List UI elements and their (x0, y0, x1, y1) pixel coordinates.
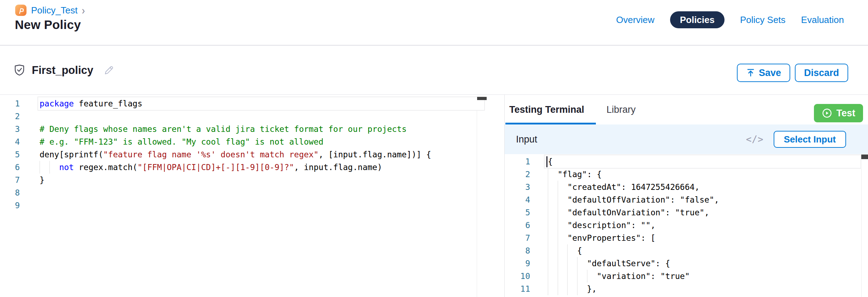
indent-guide (567, 270, 577, 283)
code-segment: deny[sprintf( (40, 150, 103, 159)
line-number: 7 (505, 232, 530, 244)
indent-guide (558, 232, 568, 244)
code-segment: "description": "", (567, 221, 655, 230)
code-content[interactable]: package feature_flags# Deny flags whose … (40, 97, 431, 212)
indent-guide (548, 283, 558, 295)
code-segment: { (577, 246, 582, 255)
indent-guide (548, 257, 558, 270)
nav-tab-overview[interactable]: Overview (616, 14, 654, 25)
indent-guide (567, 244, 577, 257)
code-line[interactable] (40, 199, 431, 212)
test-input-json-editor[interactable]: 1234567891011 { "flag": { "createdAt": 1… (505, 154, 868, 297)
line-number: 1 (505, 155, 530, 168)
code-line[interactable]: { (548, 155, 719, 168)
code-line[interactable]: deny[sprintf("feature flag name '%s' doe… (40, 148, 431, 161)
indent-guide (577, 283, 587, 295)
indent-guide (577, 257, 587, 270)
policy-title-row: First_policy (13, 64, 115, 77)
code-segment: }, (587, 284, 597, 293)
code-line[interactable]: "defaultOffVariation": "false", (548, 193, 719, 206)
code-segment: { (548, 157, 553, 166)
indent-guide (558, 181, 568, 193)
indent-guide (567, 257, 577, 270)
code-line[interactable]: package feature_flags (40, 97, 431, 110)
code-segment: "createdAt": 1647255426664, (567, 182, 699, 192)
code-segment: regex.match( (74, 163, 137, 172)
save-button[interactable]: Save (737, 64, 790, 82)
code-segment: "defaultServe": { (587, 259, 670, 268)
policy-code-editor[interactable]: 123456789 package feature_flags# Deny fl… (0, 95, 504, 297)
code-line[interactable]: # e.g. "FFM-123" is allowed. "My cool fl… (40, 135, 431, 148)
editor-content-edge (861, 169, 862, 297)
breadcrumb-project-link[interactable]: Policy_Test (31, 5, 78, 16)
feature-flags-module-icon (15, 4, 27, 16)
discard-button[interactable]: Discard (795, 64, 848, 82)
code-segment: , input.flag.name) (294, 163, 382, 172)
indent-guide (548, 168, 558, 181)
tab-library[interactable]: Library (606, 95, 636, 124)
code-line[interactable]: # Deny flags whose names aren't a valid … (40, 123, 431, 135)
edit-pencil-icon[interactable] (103, 65, 115, 76)
nav-tab-evaluation[interactable]: Evaluation (801, 14, 844, 25)
line-number: 7 (0, 174, 20, 186)
indent-guide (567, 283, 577, 295)
code-line[interactable]: "createdAt": 1647255426664, (548, 181, 719, 193)
indent-guide (548, 193, 558, 206)
line-number: 4 (0, 135, 20, 148)
editor-actions: Save Discard (737, 64, 848, 82)
code-line[interactable]: "flag": { (548, 168, 719, 181)
tab-testing-terminal[interactable]: Testing Terminal (509, 95, 584, 124)
line-number: 3 (0, 123, 20, 135)
line-number: 9 (505, 257, 530, 270)
code-segment: # e.g. "FFM-123" is allowed. "My cool fl… (40, 137, 323, 146)
code-line[interactable]: "variation": "true" (548, 270, 719, 283)
code-content[interactable]: { "flag": { "createdAt": 1647255426664, … (548, 155, 719, 295)
line-number: 6 (0, 161, 20, 174)
indent-guide (548, 181, 558, 193)
indent-guide (40, 161, 49, 174)
overview-ruler-cursor-mark (861, 155, 868, 159)
test-button[interactable]: Test (814, 104, 863, 122)
line-number: 4 (505, 193, 530, 206)
line-number: 5 (0, 148, 20, 161)
indent-guide (558, 270, 568, 283)
select-input-button[interactable]: Select Input (774, 131, 846, 148)
code-line[interactable]: not regex.match("[FFM|OPA|CI|CD]+[-][1-9… (40, 161, 431, 174)
code-line[interactable]: "envProperties": [ (548, 232, 719, 244)
code-line[interactable]: } (40, 174, 431, 186)
code-segment: "defaultOnVariation": "true", (567, 208, 709, 217)
page-header: Policy_Test › New Policy Overview Polici… (0, 0, 868, 46)
line-number: 2 (0, 110, 20, 123)
overview-ruler-cursor-mark (477, 97, 487, 100)
line-number: 5 (505, 206, 530, 219)
shield-check-icon (13, 64, 26, 77)
code-line[interactable]: }, (548, 283, 719, 295)
line-number: 6 (505, 219, 530, 232)
line-number: 11 (505, 283, 530, 295)
code-line[interactable]: "description": "", (548, 219, 719, 232)
code-segment: "feature flag name '%s' doesn't match re… (103, 150, 318, 159)
indent-guide (558, 193, 568, 206)
code-line[interactable]: { (548, 244, 719, 257)
indent-guide (548, 206, 558, 219)
code-segment: "variation": "true" (597, 272, 690, 281)
code-line[interactable]: "defaultOnVariation": "true", (548, 206, 719, 219)
code-line[interactable]: "defaultServe": { (548, 257, 719, 270)
play-circle-icon (822, 108, 832, 118)
line-number: 10 (505, 270, 530, 283)
indent-guide (558, 206, 568, 219)
nav-tab-policies[interactable]: Policies (670, 11, 725, 28)
code-segment: "envProperties": [ (567, 233, 655, 243)
line-number-gutter: 1234567891011 (505, 155, 530, 295)
code-line[interactable] (40, 110, 431, 123)
code-segment: "flag": { (558, 170, 602, 179)
indent-guide (577, 270, 587, 283)
code-view-icon[interactable]: </> (746, 134, 764, 145)
top-nav: Overview Policies Policy Sets Evaluation (616, 11, 844, 28)
code-segment: package (40, 99, 74, 108)
indent-guide (587, 270, 597, 283)
nav-tab-policy-sets[interactable]: Policy Sets (740, 14, 786, 25)
input-toolbar: Input </> Select Input (505, 124, 868, 154)
code-line[interactable] (40, 186, 431, 199)
indent-guide (558, 244, 568, 257)
